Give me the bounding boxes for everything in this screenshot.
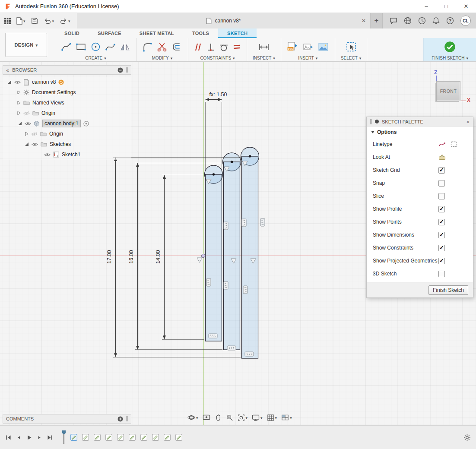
snap-checkbox[interactable] [438, 180, 445, 187]
document-tab[interactable]: cannon v8* ✕ [77, 13, 371, 28]
create-rectangle-icon[interactable] [76, 41, 86, 52]
collapse-palette-icon[interactable] [466, 118, 470, 125]
update-sync-badge-icon[interactable] [58, 79, 64, 85]
visibility-eye-icon[interactable] [25, 121, 31, 126]
panel-grip[interactable] [126, 67, 128, 73]
create-spline-icon[interactable] [105, 41, 116, 52]
create-circle-icon[interactable] [90, 41, 101, 52]
tab-solid[interactable]: SOLID [55, 28, 89, 38]
timeline-track[interactable] [62, 430, 183, 444]
3d-sketch-checkbox[interactable] [438, 271, 445, 277]
browser-item-origin-sub[interactable]: Origin [3, 129, 131, 139]
select-icon[interactable] [346, 41, 357, 52]
tab-close-icon[interactable]: ✕ [362, 18, 366, 24]
play-button[interactable] [26, 434, 32, 441]
comments-feed-icon[interactable] [390, 17, 397, 25]
offset-icon[interactable] [171, 41, 182, 52]
timeline-feature-sketch[interactable] [93, 433, 101, 441]
zoom-button[interactable] [226, 414, 233, 421]
browser-item-origin[interactable]: Origin [3, 108, 131, 118]
browser-item-sketch1[interactable]: Sketch1 [3, 149, 131, 160]
notifications-bell-icon[interactable] [432, 17, 440, 25]
timeline-playhead[interactable] [62, 430, 66, 444]
collapsed-arrow-icon[interactable] [17, 111, 21, 115]
tab-surface[interactable]: SURFACE [89, 28, 130, 38]
go-to-start-button[interactable] [5, 434, 12, 441]
orbit-button[interactable] [187, 414, 198, 421]
measure-icon[interactable] [258, 42, 270, 52]
timeline-settings-gear-icon[interactable] [463, 434, 471, 441]
panel-grip[interactable] [126, 416, 128, 421]
finish-sketch-group[interactable]: FINISH SKETCH [423, 38, 476, 61]
browser-panel-header[interactable]: BROWSER [3, 65, 131, 75]
mirror-icon[interactable] [120, 41, 130, 52]
display-settings-button[interactable] [252, 414, 263, 421]
slice-checkbox[interactable] [438, 193, 445, 199]
maximize-button[interactable]: □ [436, 0, 456, 13]
create-group-label[interactable]: CREATE [85, 55, 106, 61]
tab-sketch[interactable]: SKETCH [218, 28, 257, 38]
expanded-arrow-icon[interactable] [25, 142, 29, 146]
inspect-group-label[interactable]: INSPECT [253, 55, 275, 61]
visibility-off-eye-icon[interactable] [31, 132, 38, 136]
finish-sketch-button[interactable]: Finish Sketch [428, 285, 468, 295]
timeline-feature-sketch[interactable] [152, 433, 159, 441]
workspace-switcher-design[interactable]: DESIGN [5, 33, 47, 57]
linetype-normal-icon[interactable] [438, 141, 446, 147]
timeline-feature-sketch[interactable] [175, 433, 183, 441]
go-to-end-button[interactable] [47, 434, 53, 441]
pan-button[interactable] [215, 414, 222, 421]
fillet-icon[interactable] [142, 41, 153, 52]
timeline-feature-sketch[interactable] [70, 433, 78, 441]
look-at-icon[interactable] [438, 154, 446, 160]
palette-options-section[interactable]: Options [367, 126, 473, 138]
minimize-button[interactable]: – [416, 0, 436, 13]
visibility-off-eye-icon[interactable] [23, 111, 30, 116]
model-canvas[interactable]: fx: 1.50 17.00 16.00 14.00 [0, 62, 476, 425]
tab-sheet-metal[interactable]: SHEET METAL [130, 28, 183, 38]
expanded-arrow-icon[interactable] [18, 122, 22, 126]
browser-item-sketches[interactable]: Sketches [3, 139, 131, 149]
help-icon[interactable]: ? [446, 17, 454, 25]
viewports-button[interactable] [281, 414, 292, 421]
sketch-grid-checkbox[interactable] [438, 167, 445, 174]
browser-item-document-settings[interactable]: Document Settings [3, 87, 131, 98]
step-back-button[interactable] [16, 434, 22, 441]
user-avatar[interactable]: CL [460, 16, 471, 26]
trim-scissors-icon[interactable] [157, 41, 168, 52]
show-profile-checkbox[interactable] [438, 206, 445, 212]
show-dimensions-checkbox[interactable] [438, 232, 445, 238]
show-projected-geometries-checkbox[interactable] [438, 258, 445, 264]
close-window-button[interactable]: ✕ [456, 0, 476, 13]
expanded-arrow-icon[interactable] [8, 80, 12, 84]
parallel-constraint-icon[interactable] [194, 42, 203, 52]
tangent-constraint-icon[interactable] [219, 42, 228, 52]
comments-panel-header[interactable]: COMMENTS [3, 414, 131, 424]
panel-minimize-icon[interactable] [117, 67, 123, 73]
visibility-eye-icon[interactable] [44, 152, 51, 157]
modify-group-label[interactable]: MODIFY [152, 55, 172, 61]
web-home-icon[interactable] [404, 17, 412, 25]
timeline-feature-sketch[interactable] [163, 433, 171, 441]
insert-group-label[interactable]: INSERT [298, 55, 317, 61]
collapsed-arrow-icon[interactable] [17, 101, 21, 105]
sketch-profiles[interactable] [205, 147, 259, 358]
job-status-clock-icon[interactable] [418, 17, 426, 25]
linetype-construction-icon[interactable] [451, 141, 457, 147]
look-at-button[interactable] [203, 414, 210, 421]
finish-sketch-check-icon[interactable] [444, 41, 456, 53]
timeline-feature-sketch[interactable] [82, 433, 89, 441]
finish-sketch-label[interactable]: FINISH SKETCH [432, 55, 468, 61]
save-button[interactable] [31, 17, 38, 24]
browser-item-root[interactable]: cannon v8 [3, 77, 131, 87]
insert-canvas-icon[interactable] [317, 42, 329, 52]
collapsed-arrow-icon[interactable] [17, 90, 21, 95]
panel-grip[interactable] [370, 119, 372, 124]
timeline-feature-sketch[interactable] [128, 433, 136, 441]
equal-constraint-icon[interactable] [232, 42, 241, 52]
perpendicular-constraint-icon[interactable] [206, 42, 215, 52]
undo-button[interactable] [44, 17, 54, 24]
sketch-palette-header[interactable]: SKETCH PALETTE [367, 117, 473, 126]
file-menu-button[interactable] [16, 17, 25, 25]
timeline-feature-sketch[interactable] [105, 433, 113, 441]
